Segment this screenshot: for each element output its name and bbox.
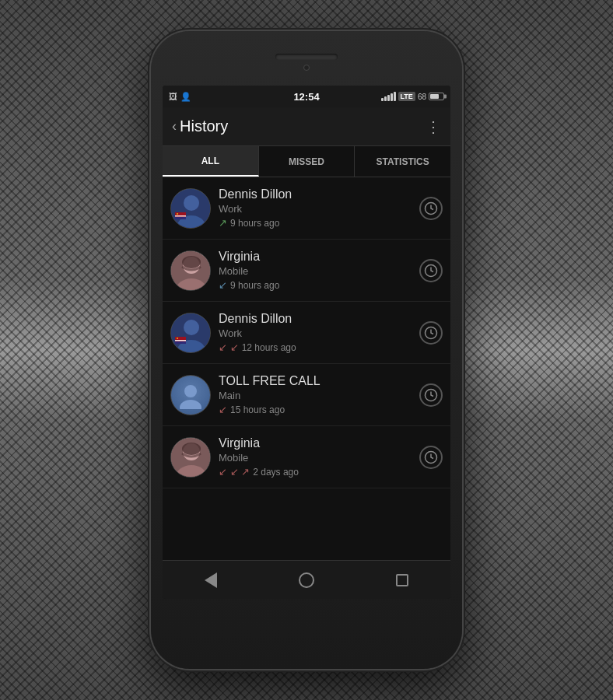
signal-bar-5 — [394, 92, 396, 101]
call-info: Virginia Mobile ↙ 9 hours ago — [211, 250, 419, 291]
call-direction-arrow: ↙ ↙ ↗ — [219, 466, 250, 478]
svg-point-6 — [177, 213, 178, 215]
virginia-avatar-art — [171, 438, 210, 477]
call-type: Main — [219, 390, 412, 401]
call-time-row: ↙ ↙ 12 hours ago — [219, 341, 412, 353]
gallery-icon: 🖼 — [169, 92, 177, 101]
battery-fill — [430, 94, 439, 99]
call-history-button[interactable] — [419, 446, 443, 469]
dennis-avatar-art — [171, 313, 210, 352]
signal-bar-1 — [381, 98, 384, 101]
call-time-ago: 9 hours ago — [230, 280, 279, 291]
svg-point-11 — [182, 256, 201, 268]
toll-avatar-silhouette — [171, 376, 210, 415]
phone-top — [151, 31, 462, 86]
avatar — [170, 250, 211, 291]
phone-bottom — [151, 599, 462, 646]
call-list: Dennis Dillon Work ↗ 9 hours ago — [163, 177, 450, 560]
signal-bar-3 — [387, 95, 390, 101]
more-button[interactable]: ⋮ — [426, 117, 441, 136]
phone-device: 🖼 👤 12:54 LTE 68 — [151, 31, 462, 669]
call-item[interactable]: Dennis Dillon Work ↙ ↙ 12 hours ago — [163, 302, 450, 364]
caller-name: Dennis Dillon — [219, 187, 412, 201]
battery-icon — [429, 93, 444, 100]
avatar — [170, 188, 211, 229]
call-item[interactable]: Virginia Mobile ↙ 9 hours ago — [163, 240, 450, 302]
call-time-row: ↙ 15 hours ago — [219, 404, 412, 415]
caller-name: Virginia — [219, 250, 412, 264]
back-button[interactable]: ‹ — [172, 118, 177, 135]
call-direction-arrow: ↙ ↙ — [219, 341, 239, 353]
status-icons-left: 🖼 👤 — [169, 92, 191, 102]
call-time-ago: 2 days ago — [253, 467, 299, 478]
recent-square-icon — [396, 574, 408, 586]
call-time-ago: 9 hours ago — [230, 218, 279, 229]
call-time-row: ↙ 9 hours ago — [219, 279, 412, 291]
call-item[interactable]: Virginia Mobile ↙ ↙ ↗ 2 days ago — [163, 426, 450, 488]
svg-point-19 — [177, 338, 178, 339]
call-type: Work — [219, 203, 412, 215]
avatar — [170, 437, 211, 478]
svg-rect-5 — [175, 217, 186, 219]
nav-recent-button[interactable] — [387, 569, 418, 592]
avatar — [170, 375, 211, 415]
status-bar: 🖼 👤 12:54 LTE 68 — [163, 86, 450, 107]
call-time-ago: 12 hours ago — [242, 342, 296, 353]
avatar — [170, 313, 211, 353]
call-history-button[interactable] — [419, 321, 443, 345]
dennis-avatar-art — [171, 189, 210, 228]
call-item[interactable]: Dennis Dillon Work ↗ 9 hours ago — [163, 177, 450, 240]
caller-name: TOLL FREE CALL — [219, 374, 412, 388]
virginia-avatar-art — [171, 251, 210, 290]
svg-point-22 — [180, 400, 201, 409]
call-history-button[interactable] — [419, 259, 443, 282]
app-header: ‹ History ⋮ — [163, 107, 450, 146]
svg-point-1 — [184, 195, 199, 211]
header-left: ‹ History — [172, 117, 228, 135]
call-direction-arrow: ↗ — [219, 217, 227, 229]
call-history-button[interactable] — [419, 383, 443, 407]
call-info: Dennis Dillon Work ↙ ↙ 12 hours ago — [211, 312, 419, 353]
svg-point-21 — [184, 385, 197, 397]
tab-all[interactable]: ALL — [163, 146, 259, 177]
call-direction-arrow: ↙ — [219, 404, 227, 415]
nav-home-button[interactable] — [291, 569, 322, 592]
call-item[interactable]: TOLL FREE CALL Main ↙ 15 hours ago — [163, 364, 450, 426]
call-info: Virginia Mobile ↙ ↙ ↗ 2 days ago — [211, 436, 419, 478]
call-direction-arrow: ↙ — [219, 279, 227, 291]
status-icons-right: LTE 68 — [381, 92, 444, 101]
camera-dot — [303, 65, 310, 71]
call-type: Mobile — [219, 452, 412, 464]
call-type: Mobile — [219, 265, 412, 277]
svg-rect-18 — [175, 341, 186, 344]
battery-percent: 68 — [418, 93, 426, 101]
svg-point-14 — [184, 320, 199, 335]
tab-bar: ALL MISSED STATISTICS — [163, 146, 450, 177]
signal-bars — [381, 92, 396, 101]
speaker-grille — [275, 54, 338, 60]
tab-statistics[interactable]: STATISTICS — [355, 146, 450, 177]
call-time-row: ↙ ↙ ↗ 2 days ago — [219, 466, 412, 478]
nav-bar — [163, 560, 450, 599]
svg-rect-4 — [175, 215, 186, 217]
call-info: TOLL FREE CALL Main ↙ 15 hours ago — [211, 374, 419, 415]
status-time: 12:54 — [293, 91, 319, 103]
tab-missed[interactable]: MISSED — [259, 146, 356, 177]
call-time-ago: 15 hours ago — [230, 404, 285, 415]
contacts-icon: 👤 — [180, 92, 191, 102]
page-title: History — [180, 117, 228, 135]
call-type: Work — [219, 327, 412, 339]
home-circle-icon — [299, 572, 314, 588]
phone-screen: 🖼 👤 12:54 LTE 68 — [163, 86, 450, 599]
svg-point-27 — [182, 443, 201, 455]
call-info: Dennis Dillon Work ↗ 9 hours ago — [211, 187, 419, 229]
call-time-row: ↗ 9 hours ago — [219, 217, 412, 229]
caller-name: Dennis Dillon — [219, 312, 412, 326]
back-triangle-icon — [205, 572, 217, 588]
lte-badge: LTE — [398, 92, 415, 101]
svg-rect-17 — [175, 340, 186, 341]
call-history-button[interactable] — [419, 197, 443, 220]
nav-back-button[interactable] — [195, 569, 226, 592]
signal-bar-4 — [391, 93, 393, 101]
signal-bar-2 — [384, 96, 387, 101]
